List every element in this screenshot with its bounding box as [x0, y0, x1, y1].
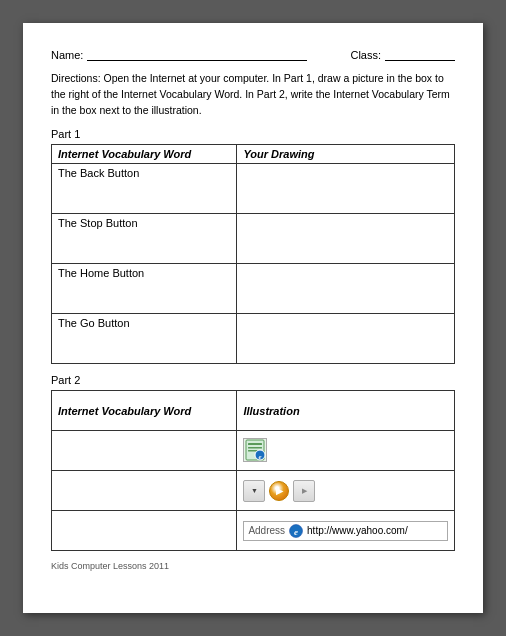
vocab-word-cell: The Home Button: [52, 264, 237, 314]
name-input-line[interactable]: [87, 47, 307, 61]
name-class-row: Name: Class:: [51, 47, 455, 61]
illustration-cell: e: [237, 431, 455, 471]
next-btn: ▶: [293, 480, 315, 502]
part2-table: Internet Vocabulary Word Illustration: [51, 390, 455, 551]
drawing-cell[interactable]: [237, 264, 455, 314]
part2-col-word: Internet Vocabulary Word: [52, 391, 237, 431]
drawing-cell[interactable]: [237, 314, 455, 364]
footer-text: Kids Computer Lessons 2011: [51, 561, 455, 571]
class-label: Class:: [350, 49, 381, 61]
part1-table: Internet Vocabulary Word Your Drawing Th…: [51, 144, 455, 364]
part1-col-drawing: Your Drawing: [237, 145, 455, 164]
illustration-cell: ▼ ▶ ▶: [237, 471, 455, 511]
dropdown-btn: ▼: [243, 480, 265, 502]
address-label: Address: [248, 525, 285, 536]
vocab-word-cell[interactable]: [52, 431, 237, 471]
go-arrow-icon: ▶: [276, 486, 283, 496]
name-field: Name:: [51, 47, 307, 61]
ie-e-icon: e: [289, 524, 303, 538]
svg-rect-2: [248, 447, 262, 449]
go-circle-icon: ▶: [269, 481, 289, 501]
part2-label: Part 2: [51, 374, 455, 386]
svg-text:e: e: [294, 527, 298, 537]
go-button-illustration: ▼ ▶ ▶: [243, 480, 448, 502]
drawing-cell[interactable]: [237, 214, 455, 264]
address-bar-illustration: Address e http://www.yahoo.com/: [243, 521, 448, 541]
table-row: The Go Button: [52, 314, 455, 364]
svg-rect-1: [248, 443, 262, 445]
name-label: Name:: [51, 49, 83, 61]
svg-text:e: e: [259, 453, 262, 461]
vocab-word-cell: The Stop Button: [52, 214, 237, 264]
vocab-word-cell[interactable]: [52, 511, 237, 551]
table-row: Address e http://www.yahoo.com/: [52, 511, 455, 551]
illustration-cell: Address e http://www.yahoo.com/: [237, 511, 455, 551]
vocab-word-cell: The Back Button: [52, 164, 237, 214]
class-input-line[interactable]: [385, 47, 455, 61]
table-row: ▼ ▶ ▶: [52, 471, 455, 511]
vocab-word-cell: The Go Button: [52, 314, 237, 364]
vocab-word-cell[interactable]: [52, 471, 237, 511]
part1-label: Part 1: [51, 128, 455, 140]
table-row: e: [52, 431, 455, 471]
drawing-cell[interactable]: [237, 164, 455, 214]
table-row: The Home Button: [52, 264, 455, 314]
ie-icon-illustration: e: [243, 438, 448, 463]
url-text: http://www.yahoo.com/: [307, 525, 408, 536]
class-field: Class:: [350, 47, 455, 61]
table-row: The Stop Button: [52, 214, 455, 264]
part2-col-illustration: Illustration: [237, 391, 455, 431]
page: Name: Class: Directions: Open the Intern…: [23, 23, 483, 613]
ie-icon: e: [243, 438, 267, 462]
directions-text: Directions: Open the Internet at your co…: [51, 71, 455, 118]
part1-col-word: Internet Vocabulary Word: [52, 145, 237, 164]
table-row: The Back Button: [52, 164, 455, 214]
